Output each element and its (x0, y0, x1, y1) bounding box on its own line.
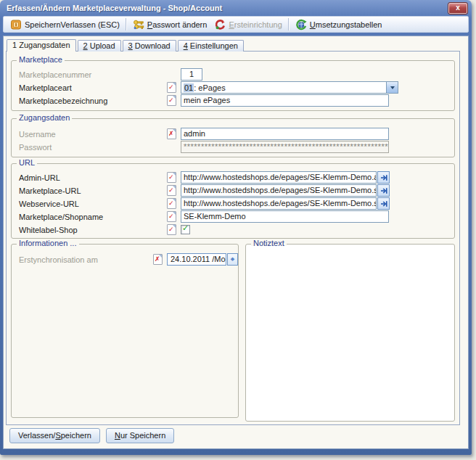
field-check-icon: ✓ (167, 82, 176, 93)
keys-icon (133, 19, 144, 30)
toolbar-separator (126, 18, 127, 30)
go-arrow-icon (380, 187, 387, 194)
tab-label: 2 Upload (83, 41, 115, 50)
tab-zugangsdaten[interactable]: 1 Zugangsdaten (7, 39, 76, 52)
dropdown-arrow-icon[interactable] (386, 82, 398, 93)
toolbar-button-label: SpeichernVerlassen (ESC) (25, 20, 120, 29)
toolbar-button-ersteinrichtung[interactable]: Ersteinrichtung (210, 17, 285, 32)
field-check-icon: ✓ (167, 198, 176, 209)
field-label: Passwort (19, 143, 167, 152)
passwort-input[interactable]: ****************************************… (181, 141, 389, 153)
tab-upload[interactable]: 2 Upload (78, 40, 121, 52)
open-url-button[interactable] (377, 171, 390, 184)
row-marketplace-url: Marketplace-URL ✓ http://www.hostedshops… (12, 184, 454, 197)
group-title: URL (17, 158, 37, 167)
group-title: Marketplace (17, 55, 65, 64)
toolbar-button-speichern-verlassen[interactable]: SpeichernVerlassen (ESC) (7, 17, 123, 32)
nur-speichern-button[interactable]: Nur Speichern (106, 428, 174, 443)
footer-button-bar: Verlassen/Speichern Nur Speichern (9, 428, 174, 443)
group-notiztext: Notiztext (245, 244, 455, 422)
field-check-icon: ✓ (167, 185, 176, 196)
marketplacenummer-input[interactable]: 1 (181, 68, 202, 81)
field-label: Webservice-URL (19, 200, 167, 208)
field-label: Marketplace-URL (19, 186, 167, 195)
button-label: Nur Speichern (115, 431, 165, 440)
verlassen-speichern-button[interactable]: Verlassen/Speichern (9, 428, 100, 443)
tab-content: Marketplace Marketplacenummer 1 Marketpl… (6, 51, 460, 425)
row-marketplacebezeichnung: Marketplacebezeichnung ✓ mein ePages (12, 94, 454, 107)
field-check-icon: ✓ (167, 95, 176, 106)
row-marketplacenummer: Marketplacenummer 1 (12, 68, 454, 81)
group-zugangsdaten: Zugangsdaten Username ✗ admin Passwort *… (11, 118, 455, 157)
app-window: Erfassen/Ändern Marketplaceverwaltung - … (0, 0, 472, 455)
tab-download[interactable]: 3 Download (123, 40, 176, 52)
tab-label: 4 Einstellungen (184, 41, 238, 50)
row-passwort: Passwort *******************************… (12, 141, 454, 153)
row-admin-url: Admin-URL ✓ http://www.hostedshops.de/ep… (12, 171, 454, 184)
mapping-tables-icon (295, 19, 307, 30)
toolbar-separator (288, 18, 290, 30)
row-marketplaceart: Marketplaceart ✓ 01 : ePages (12, 81, 454, 94)
setup-icon (214, 19, 226, 30)
tab-label: 1 Zugangsdaten (12, 41, 70, 49)
marketplacebezeichnung-input[interactable]: mein ePages (181, 94, 389, 107)
title-bar[interactable]: Erfassen/Ändern Marketplaceverwaltung - … (3, 0, 469, 16)
group-title: Zugangsdaten (17, 113, 72, 122)
field-label: Erstynchronisation am (19, 255, 153, 264)
shopname-input[interactable]: SE-Klemm-Demo (181, 210, 389, 223)
toolbar: SpeichernVerlassen (ESC) Passwort ändern (3, 16, 469, 33)
selected-value: 01 (184, 83, 194, 92)
field-label: Admin-URL (19, 173, 167, 182)
button-label: Verlassen/Speichern (18, 431, 91, 440)
group-marketplace: Marketplace Marketplacenummer 1 Marketpl… (11, 60, 455, 111)
row-webservice-url: Webservice-URL ✓ http://www.hostedshops.… (12, 197, 454, 210)
field-x-icon: ✗ (153, 254, 163, 265)
spinner-icon: ◆ (231, 257, 234, 262)
row-username: Username ✗ admin (12, 128, 454, 140)
selected-value-rest: : ePages (194, 83, 225, 92)
whitelabel-checkbox[interactable]: ✓ (181, 225, 190, 234)
go-arrow-icon (380, 174, 387, 181)
field-label: Marketplace/Shopname (19, 213, 167, 221)
date-control: 24.10.2011 /Mo ◆ (167, 253, 238, 266)
go-arrow-icon (380, 200, 387, 208)
toolbar-button-label: Ersteinrichtung (229, 20, 282, 29)
webservice-url-input[interactable]: http://www.hostedshops.de/epages/SE-Klem… (181, 197, 377, 210)
field-label: Marketplaceart (19, 83, 167, 92)
group-url: URL Admin-URL ✓ http://www.hostedshops.d… (11, 163, 455, 239)
tab-bar: 1 Zugangsdaten 2 Upload 3 Download 4 Ein… (7, 39, 244, 52)
field-x-icon: ✗ (167, 128, 176, 139)
marketplace-url-input[interactable]: http://www.hostedshops.de/epages/SE-Klem… (181, 184, 377, 197)
toolbar-button-label: Umsetzungstabellen (310, 20, 382, 29)
group-title: Informationen ... (17, 239, 79, 247)
field-label: Marketplacenummer (19, 70, 167, 79)
close-button[interactable]: x (448, 3, 467, 14)
tab-label: 3 Download (128, 41, 171, 50)
field-label: Username (19, 130, 167, 139)
group-informationen: Informationen ... Erstynchronisation am … (11, 244, 239, 418)
admin-url-input[interactable]: http://www.hostedshops.de/epages/SE-Klem… (181, 171, 377, 184)
field-label: Whitelabel-Shop (19, 226, 167, 234)
tab-einstellungen[interactable]: 4 Einstellungen (178, 40, 244, 52)
row-whitelabel: Whitelabel-Shop ✓ ✓ (12, 223, 454, 236)
toolbar-button-label: Passwort ändern (147, 20, 208, 29)
field-check-icon: ✓ (167, 224, 176, 235)
field-label: Marketplacebezeichnung (19, 96, 167, 105)
toolbar-button-umsetzungstabellen[interactable]: Umsetzungstabellen (292, 17, 386, 32)
date-spinner-button[interactable]: ◆ (227, 253, 238, 266)
open-url-button[interactable] (377, 197, 390, 210)
notiztext-textarea[interactable] (247, 246, 453, 419)
field-check-icon: ✓ (167, 172, 176, 183)
field-check-icon: ✓ (167, 211, 176, 222)
open-url-button[interactable] (377, 184, 390, 197)
marketplaceart-select[interactable]: 01 : ePages (181, 81, 398, 94)
toolbar-button-passwort-aendern[interactable]: Passwort ändern (129, 17, 211, 32)
close-icon: x (456, 4, 460, 12)
window-title: Erfassen/Ändern Marketplaceverwaltung - … (7, 4, 222, 12)
erstsynchronisation-date-input[interactable]: 24.10.2011 /Mo (167, 253, 226, 266)
checkbox-check-icon: ✓ (182, 223, 189, 233)
save-exit-icon (10, 19, 22, 30)
row-shopname: Marketplace/Shopname ✓ SE-Klemm-Demo (12, 210, 454, 223)
main-panel: 1 Zugangsdaten 2 Upload 3 Download 4 Ein… (3, 36, 469, 449)
username-input[interactable]: admin (181, 128, 389, 140)
